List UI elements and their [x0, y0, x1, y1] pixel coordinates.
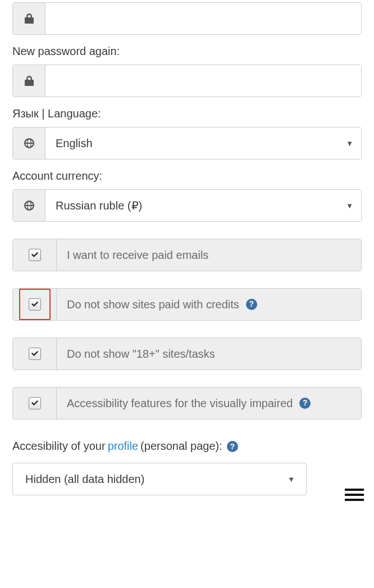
- paid-emails-row: I want to receive paid emails: [12, 239, 362, 271]
- profile-access-value: Hidden (all data hidden): [13, 473, 288, 486]
- new-password-input[interactable]: [45, 3, 361, 34]
- help-icon[interactable]: ?: [299, 398, 311, 409]
- currency-select-group: Russian ruble (₽) ▼: [12, 189, 362, 222]
- lock-icon: [24, 13, 34, 24]
- globe-icon: [24, 200, 35, 211]
- accessibility-text: Accessibility features for the visually …: [67, 395, 293, 411]
- hide-credit-sites-label: Do not show sites paid with credits ?: [57, 289, 361, 320]
- globe-icon: [24, 138, 35, 149]
- lock-icon: [24, 75, 34, 86]
- chevron-down-icon: ▼: [288, 475, 306, 484]
- hide-18plus-checkbox[interactable]: [29, 348, 41, 360]
- hide-credit-sites-row: Do not show sites paid with credits ?: [12, 288, 362, 321]
- lock-icon-addon: [13, 65, 45, 97]
- chevron-down-icon: ▼: [346, 139, 361, 148]
- hide-credit-sites-text: Do not show sites paid with credits: [67, 297, 239, 312]
- new-password-again-label: New password again:: [12, 45, 362, 58]
- profile-access-suffix: (personal page):: [140, 440, 222, 453]
- help-icon[interactable]: ?: [246, 299, 257, 310]
- hide-18plus-label: Do not show "18+" sites/tasks: [57, 338, 361, 370]
- hide-18plus-checkbox-cell: [13, 338, 57, 370]
- accessibility-label: Accessibility features for the visually …: [57, 388, 361, 419]
- profile-access-label: Accesibility of your profile (personal p…: [12, 440, 362, 453]
- globe-icon-addon: [13, 127, 45, 159]
- chevron-down-icon: ▼: [346, 202, 361, 210]
- currency-select[interactable]: Russian ruble (₽) ▼: [45, 190, 361, 221]
- paid-emails-label: I want to receive paid emails: [57, 239, 361, 271]
- help-icon[interactable]: ?: [227, 441, 238, 452]
- profile-access-select[interactable]: Hidden (all data hidden) ▼: [12, 463, 307, 495]
- new-password-again-input[interactable]: [45, 65, 361, 97]
- profile-link[interactable]: profile: [108, 440, 138, 453]
- globe-icon-addon: [13, 190, 45, 221]
- hide-18plus-row: Do not show "18+" sites/tasks: [12, 338, 362, 370]
- language-label: Язык | Language:: [12, 107, 362, 120]
- language-select[interactable]: English ▼: [45, 127, 361, 159]
- paid-emails-checkbox-cell: [13, 239, 57, 271]
- hide-credit-sites-checkbox[interactable]: [29, 298, 41, 311]
- lock-icon-addon: [13, 3, 45, 34]
- accessibility-checkbox-cell: [13, 388, 57, 419]
- new-password-again-input-group: [12, 65, 362, 97]
- language-select-group: English ▼: [12, 127, 362, 159]
- currency-label: Account currency:: [12, 170, 362, 183]
- menu-icon[interactable]: [345, 489, 364, 501]
- profile-access-prefix: Accesibility of your: [12, 440, 106, 453]
- hide-credit-sites-checkbox-cell: [13, 289, 57, 320]
- language-value: English: [45, 137, 346, 150]
- accessibility-row: Accessibility features for the visually …: [12, 387, 362, 420]
- paid-emails-checkbox[interactable]: [29, 249, 41, 261]
- new-password-input-group: [12, 2, 362, 35]
- accessibility-checkbox[interactable]: [29, 397, 41, 409]
- currency-value: Russian ruble (₽): [45, 199, 346, 212]
